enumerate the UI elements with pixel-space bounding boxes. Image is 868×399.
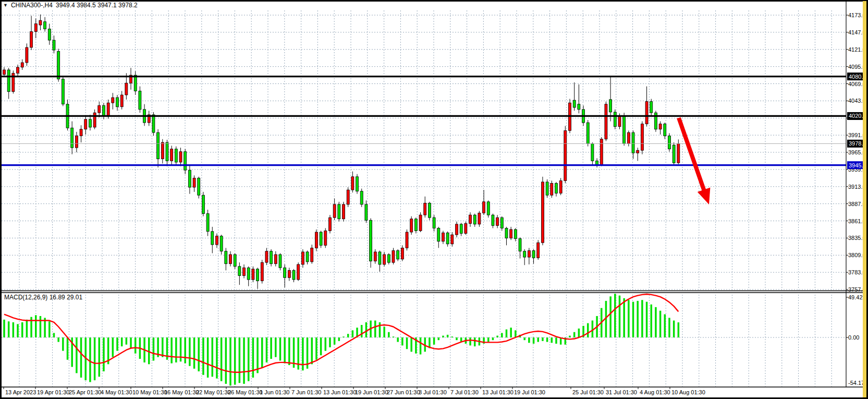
candle-bear — [220, 236, 223, 251]
candle-bear — [102, 105, 105, 116]
candle-bull — [401, 248, 404, 259]
macd-histogram-bar — [275, 337, 277, 357]
candle-bear — [555, 183, 557, 193]
macd-histogram-bar — [632, 302, 634, 337]
macd-histogram-bar — [302, 337, 304, 370]
symbol-dropdown-icon[interactable]: ▼ — [3, 2, 8, 8]
macd-histogram-bar — [379, 322, 381, 337]
macd-axis-min-label: -54.17 — [848, 380, 864, 386]
candle-bull — [478, 213, 481, 224]
macd-histogram-bar — [284, 337, 286, 364]
candle-bear — [609, 100, 612, 112]
candle-bear — [206, 214, 209, 232]
candle-bull — [215, 236, 218, 245]
macd-histogram-bar — [592, 321, 594, 337]
time-axis-label: 7 Jun 01:30 — [291, 389, 322, 395]
candle-bear — [514, 229, 517, 239]
candle-bear — [397, 250, 399, 259]
macd-histogram-bar — [288, 337, 290, 365]
candle-bull — [537, 243, 540, 258]
candle-bull — [39, 20, 42, 25]
candle-bear — [292, 270, 295, 280]
candle-bull — [315, 232, 317, 248]
candle-bull — [324, 231, 327, 245]
candle-bull — [383, 255, 386, 264]
candlestick-chart-canvas[interactable]: 4173.04147.04121.04095.04069.04043.04017… — [0, 0, 868, 399]
candle-bull — [659, 124, 662, 129]
macd-histogram-bar — [587, 323, 589, 337]
window-border-top — [0, 0, 868, 2]
macd-histogram-bar — [221, 337, 223, 381]
macd-histogram-bar — [388, 332, 390, 337]
time-axis-label: 10 Aug 01:30 — [671, 389, 705, 395]
candle-bear — [270, 251, 273, 264]
macd-histogram-bar — [202, 337, 204, 375]
macd-histogram-bar — [53, 333, 55, 337]
macd-histogram-bar — [569, 336, 571, 337]
macd-histogram-bar — [170, 337, 173, 364]
macd-histogram-bar — [442, 336, 444, 337]
candle-bear — [284, 268, 286, 277]
macd-histogram-bar — [234, 337, 236, 385]
macd-histogram-bar — [487, 337, 490, 342]
candle-bear — [378, 252, 381, 264]
time-axis-label: 22 May 01:30 — [196, 389, 231, 395]
time-axis-label: 10 May 01:30 — [132, 389, 167, 395]
macd-histogram-bar — [650, 305, 652, 337]
candle-bear — [116, 98, 119, 107]
candle-bear — [71, 128, 74, 148]
macd-indicator-label: MACD(12,26,9) 16.89 29.01 — [4, 294, 82, 301]
macd-histogram-bar — [365, 322, 368, 337]
macd-histogram-bar — [57, 337, 59, 342]
candle-bull — [406, 232, 408, 248]
candle-bear — [532, 250, 535, 258]
macd-histogram-bar — [533, 337, 535, 344]
macd-histogram-bar — [546, 337, 548, 342]
candle-bull — [3, 70, 6, 75]
macd-histogram-bar — [48, 321, 51, 337]
macd-histogram-bar — [189, 337, 191, 366]
macd-histogram-bar — [198, 337, 200, 371]
macd-histogram-bar — [361, 325, 363, 337]
macd-histogram-bar — [17, 324, 19, 337]
macd-histogram-bar — [162, 337, 164, 357]
time-axis-label: 26 May 01:30 — [228, 389, 263, 395]
candle-bull — [483, 202, 485, 213]
candle-bear — [664, 124, 666, 136]
candle-bear — [586, 123, 589, 143]
candle-bull — [120, 95, 123, 107]
macd-histogram-bar — [261, 337, 263, 368]
candle-bull — [80, 129, 82, 136]
macd-histogram-bar — [243, 337, 245, 384]
candle-bear — [500, 217, 503, 228]
candle-bull — [288, 270, 290, 277]
macd-histogram-bar — [62, 337, 64, 351]
candle-bull — [30, 32, 33, 47]
candle-bear — [44, 22, 46, 29]
candle-bull — [193, 178, 195, 187]
macd-histogram-bar — [252, 337, 254, 378]
candle-bull — [605, 104, 607, 139]
candle-bear — [139, 91, 141, 109]
candle-bear — [428, 203, 431, 217]
candle-bear — [256, 269, 259, 281]
macd-histogram-bar — [655, 307, 657, 337]
time-axis-label: 16 May 01:30 — [164, 389, 199, 395]
candle-bull — [170, 149, 173, 161]
macd-histogram-bar — [515, 330, 517, 337]
macd-histogram-bar — [175, 337, 177, 362]
macd-histogram-bar — [347, 334, 349, 337]
candle-bear — [360, 191, 363, 204]
macd-histogram-bar — [352, 330, 354, 337]
candle-bear — [523, 251, 526, 257]
candle-bull — [17, 67, 19, 73]
candle-bull — [243, 268, 246, 275]
candle-bear — [338, 204, 340, 219]
macd-histogram-bar — [623, 298, 625, 337]
macd-histogram-bar — [456, 337, 458, 340]
candle-bear — [623, 116, 626, 143]
macd-histogram-bar — [80, 337, 82, 378]
candle-bear — [198, 178, 200, 195]
candle-bull — [564, 130, 567, 180]
macd-histogram-bar — [279, 337, 282, 360]
